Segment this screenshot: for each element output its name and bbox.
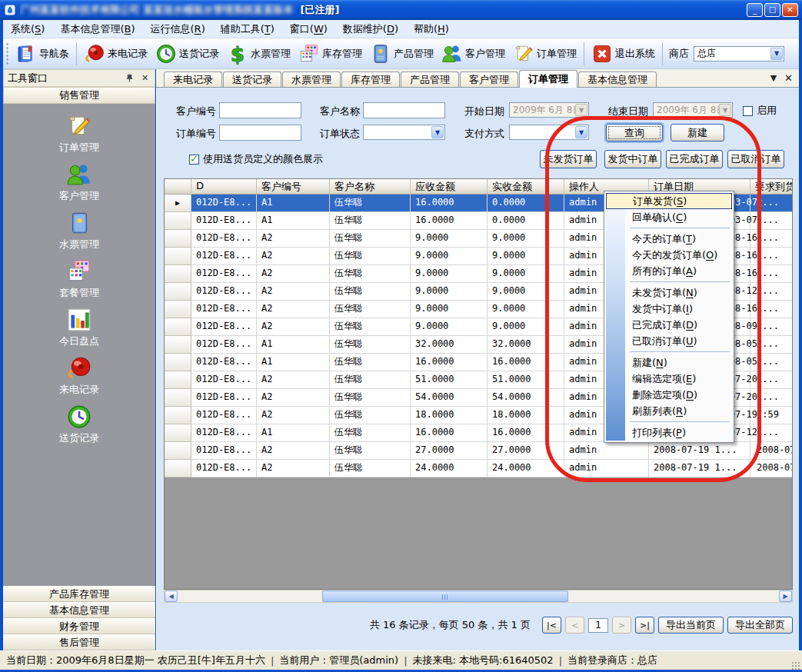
row-selector[interactable] (165, 212, 191, 230)
column-header-2[interactable]: 客户名称 (330, 179, 411, 195)
toolbar-button-bell[interactable]: 来电记录 (80, 42, 151, 66)
row-selector[interactable] (165, 424, 191, 442)
menubar-item-D[interactable]: 数据维护(D) (335, 20, 406, 38)
menu-item-O-4[interactable]: 今天的发货订单(O) (606, 247, 732, 263)
menu-item-A-5[interactable]: 所有的订单(A) (606, 263, 732, 279)
scroll-left-icon[interactable]: ◀ (165, 590, 178, 602)
menubar-item-S[interactable]: 系统(S) (3, 20, 52, 38)
shop-select[interactable]: 总店 ▼ (694, 46, 784, 62)
last-page-button[interactable]: >| (635, 617, 654, 634)
menu-item-C-1[interactable]: 回单确认(C) (606, 209, 732, 225)
row-selector[interactable] (165, 283, 191, 301)
sidebar-item-bell[interactable]: 来电记录 (3, 351, 155, 400)
pay-method-select[interactable]: ▼ (509, 125, 589, 140)
menu-item-N-7[interactable]: 未发货订单(N) (606, 284, 732, 301)
toolbar-grip[interactable] (5, 42, 10, 65)
export-current-page-button[interactable]: 导出当前页 (658, 617, 724, 634)
first-page-button[interactable]: |< (542, 617, 561, 634)
row-selector[interactable]: ▶ (165, 195, 191, 212)
tab-产品管理[interactable]: 产品管理 (401, 72, 459, 87)
column-header-4[interactable]: 实收金额 (488, 179, 564, 195)
minimize-button[interactable]: _ (747, 3, 763, 17)
row-selector[interactable] (165, 318, 191, 336)
row-selector[interactable] (165, 442, 191, 460)
menu-item-T-3[interactable]: 今天的订单(T) (606, 231, 732, 247)
sidebar-item-grid[interactable]: 套餐管理 (3, 254, 155, 303)
toolbar-button-order[interactable]: 订单管理 (509, 42, 581, 66)
tab-库存管理[interactable]: 库存管理 (341, 72, 400, 87)
chevron-down-icon[interactable]: ▼ (431, 126, 444, 138)
tab-送货记录[interactable]: 送货记录 (223, 72, 281, 87)
menu-item-N-12[interactable]: 新建(N) (606, 354, 732, 371)
toolbar-button-customers[interactable]: 客户管理 (438, 42, 509, 66)
checkbox-checked-icon[interactable] (189, 155, 199, 165)
menubar-item-W[interactable]: 窗口(W) (282, 20, 335, 38)
close-button[interactable]: ✕ (782, 3, 798, 17)
menu-item-E-13[interactable]: 编辑选定项(E) (606, 371, 732, 387)
checkbox-icon[interactable] (743, 106, 753, 116)
scroll-right-icon[interactable]: ▶ (779, 590, 792, 602)
tab-dropdown-icon[interactable]: ▼ (770, 73, 777, 83)
chevron-down-icon[interactable]: ▼ (770, 48, 783, 60)
menu-item-R-15[interactable]: 刷新列表(R) (606, 403, 732, 419)
tab-基本信息管理[interactable]: 基本信息管理 (578, 72, 657, 87)
menu-item-D-9[interactable]: 已完成订单(D) (606, 317, 732, 333)
column-header-1[interactable]: 客户编号 (257, 179, 330, 195)
toolbar-button-dollar[interactable]: $水票管理 (223, 42, 295, 66)
row-selector[interactable] (165, 248, 191, 265)
column-header-7[interactable]: 要求到货日期 (750, 179, 793, 195)
column-header-3[interactable]: 应收金额 (411, 179, 488, 195)
sidebar-item-chart[interactable]: 今日盘点 (3, 303, 155, 351)
pin-icon[interactable] (124, 72, 135, 84)
sidebar-item-ticket[interactable]: 水票管理 (3, 206, 155, 254)
column-header-0[interactable]: D (191, 179, 257, 195)
row-selector[interactable] (165, 354, 191, 371)
horizontal-scrollbar[interactable]: ◀ ▶ (164, 590, 793, 603)
query-button[interactable]: 查询 (606, 124, 663, 141)
sidebar-group-3[interactable]: 售后管理 (3, 634, 155, 650)
row-selector[interactable] (165, 336, 191, 354)
menu-item-P-17[interactable]: 打印列表(P) (606, 424, 732, 441)
menu-item-D-14[interactable]: 删除选定项(D) (606, 387, 732, 403)
start-date-picker[interactable]: 2009年 6月 8日▼ (509, 102, 589, 118)
prev-page-button[interactable]: < (565, 617, 584, 634)
sidebar-item-order[interactable]: 订单管理 (3, 109, 155, 158)
table-row[interactable]: 012D-E8...A2伍华聪24.000024.0000admin2008-0… (165, 460, 792, 477)
new-button[interactable]: 新建 (671, 124, 724, 141)
menu-item-I-8[interactable]: 发货中订单(I) (606, 301, 732, 317)
scrollbar-thumb[interactable] (322, 590, 568, 602)
delivery-color-checkbox[interactable]: 使用送货员定义的颜色展示 (189, 151, 323, 167)
status-filter-button-2[interactable]: 已完成订单 (666, 150, 723, 168)
end-date-picker[interactable]: 2009年 6月 8日▼ (653, 102, 733, 118)
customer-no-input[interactable] (219, 102, 301, 118)
maximize-button[interactable]: □ (764, 3, 780, 17)
row-selector[interactable] (165, 371, 191, 389)
menubar-item-T[interactable]: 辅助工具(T) (213, 20, 282, 38)
menu-item-U-10[interactable]: 已取消订单(U) (606, 333, 732, 349)
status-filter-button-3[interactable]: 已取消订单 (727, 150, 784, 168)
sidebar-item-clock[interactable]: 送货记录 (3, 400, 155, 448)
tab-订单管理[interactable]: 订单管理 (519, 70, 577, 88)
table-row[interactable]: 012D-E8...A2伍华聪27.000027.0000admin2008-0… (165, 442, 792, 460)
row-selector[interactable] (165, 389, 191, 407)
status-filter-button-1[interactable]: 发货中订单 (604, 150, 661, 168)
tab-close-icon[interactable]: ✕ (784, 72, 793, 84)
sidebar-group-sales[interactable]: 销售管理 (3, 87, 155, 104)
sidebar-group-2[interactable]: 财务管理 (3, 618, 155, 634)
row-selector[interactable] (165, 301, 191, 318)
chevron-down-icon[interactable]: ▼ (575, 126, 587, 138)
next-page-button[interactable]: > (612, 617, 631, 634)
resize-grip[interactable] (791, 661, 800, 670)
tool-window-close-icon[interactable]: ✕ (139, 72, 151, 84)
customer-name-input[interactable] (363, 102, 445, 118)
row-selector[interactable] (165, 265, 191, 283)
toolbar-button-exit[interactable]: 退出系统 (587, 42, 659, 66)
menubar-item-R[interactable]: 运行信息(R) (143, 20, 213, 38)
status-filter-button-0[interactable]: 未发货订单 (540, 150, 597, 168)
export-all-pages-button[interactable]: 导出全部页 (727, 617, 793, 634)
sidebar-item-customers[interactable]: 客户管理 (3, 158, 155, 206)
toolbar-button-product[interactable]: 产品管理 (366, 42, 438, 66)
menubar-item-H[interactable]: 帮助(H) (406, 20, 457, 38)
menu-item-S-0[interactable]: 订单发货(S) (606, 193, 732, 209)
menubar-item-B[interactable]: 基本信息管理(B) (52, 20, 142, 38)
